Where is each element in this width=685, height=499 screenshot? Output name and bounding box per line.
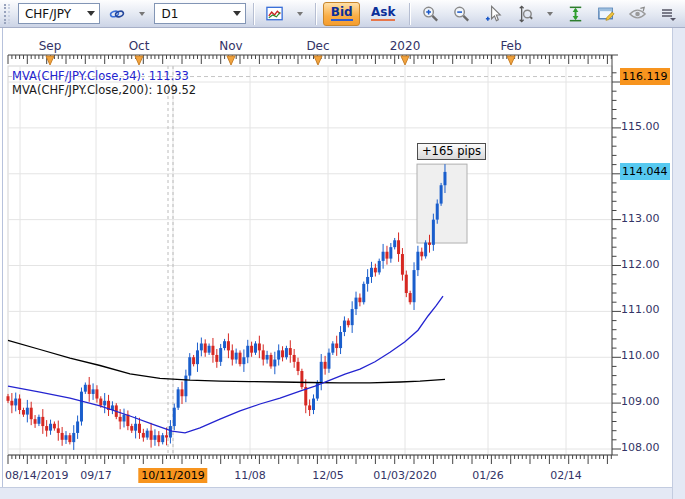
chevron-down-icon[interactable]: [228, 4, 245, 23]
candle: [262, 350, 265, 359]
candle: [49, 424, 52, 431]
fit-vertical-icon: [566, 4, 585, 24]
candle: [250, 346, 253, 353]
date-label[interactable]: 02/14: [547, 468, 585, 483]
month-label[interactable]: Oct: [129, 39, 150, 53]
month-label[interactable]: Feb: [500, 39, 521, 53]
date-label[interactable]: 01/26: [469, 468, 507, 483]
candle: [443, 172, 446, 185]
date-label[interactable]: 11/08: [231, 468, 269, 483]
candle: [146, 431, 149, 438]
candle: [14, 399, 17, 406]
candle: [343, 321, 346, 332]
candle: [420, 252, 423, 257]
price-label: 111.00: [621, 303, 660, 316]
date-label-selected[interactable]: 10/11/2019: [138, 468, 207, 483]
candle: [72, 433, 75, 442]
candle: [138, 424, 141, 433]
price-label: 113.00: [621, 212, 660, 225]
fit-vertical-button[interactable]: [562, 2, 589, 26]
left-edge-line: [2, 28, 3, 487]
toolbar-separator: [409, 3, 410, 25]
candle: [277, 350, 280, 359]
candle: [347, 321, 350, 326]
candle: [18, 399, 21, 410]
candle: [320, 362, 323, 383]
month-label[interactable]: Dec: [306, 39, 329, 53]
overflow-menu-button[interactable]: [655, 2, 681, 26]
toolbar: CHF/JPY D1 Bid Ask: [0, 0, 685, 28]
link-button[interactable]: [104, 2, 130, 26]
date-label[interactable]: 12/05: [309, 468, 347, 483]
candle: [7, 396, 10, 401]
candle: [389, 247, 392, 258]
plot-border: [8, 66, 612, 455]
date-label[interactable]: 09/17: [77, 468, 115, 483]
candle: [428, 243, 431, 245]
candle: [208, 346, 211, 353]
link-chevron-icon[interactable]: [134, 4, 150, 23]
price-ruler: [612, 55, 621, 455]
toolbar-separator: [253, 3, 254, 25]
date-label[interactable]: 08/14/2019: [2, 468, 71, 483]
candle: [200, 343, 203, 350]
zoom-in-button[interactable]: [417, 2, 444, 26]
candle: [366, 277, 369, 284]
candle: [397, 240, 400, 254]
candle: [266, 355, 269, 360]
candle: [254, 343, 257, 352]
candle: [273, 360, 276, 367]
chart-type-button[interactable]: [261, 2, 288, 26]
candle: [161, 435, 164, 442]
candle: [378, 261, 381, 272]
bid-button[interactable]: Bid: [323, 2, 360, 26]
candle: [68, 435, 71, 442]
zoom-out-button[interactable]: [448, 2, 475, 26]
ask-button[interactable]: Ask: [364, 2, 402, 26]
toolbar-grip[interactable]: [4, 4, 10, 24]
candle: [204, 343, 207, 352]
candle: [393, 240, 396, 247]
month-label[interactable]: 2020: [390, 39, 421, 53]
month-arrow-icon: [135, 56, 143, 65]
legend-mva-fast: MVA(CHF/JPY.Close,34): 111.33: [12, 69, 189, 83]
candle: [312, 399, 315, 410]
month-label[interactable]: Nov: [219, 39, 242, 53]
visibility-icon: [628, 4, 647, 24]
candle: [181, 389, 184, 396]
candle: [196, 350, 199, 364]
candle: [92, 389, 95, 394]
candle: [331, 343, 334, 352]
candle: [95, 389, 98, 398]
measure-zoom-chevron-icon[interactable]: [542, 4, 558, 23]
zoom-cursor-button[interactable]: [480, 2, 507, 26]
candle: [103, 401, 106, 406]
candle: [285, 348, 288, 357]
month-label[interactable]: Sep: [39, 39, 62, 53]
visibility-button[interactable]: [624, 2, 651, 26]
candle: [362, 284, 365, 302]
pips-annotation[interactable]: +165 pips: [417, 143, 486, 160]
measure-zoom-button[interactable]: [511, 2, 538, 26]
candle: [440, 185, 443, 203]
candle: [242, 357, 245, 364]
date-label[interactable]: 01/03/2020: [370, 468, 439, 483]
candle: [76, 421, 79, 432]
candle: [223, 341, 226, 348]
chevron-down-icon[interactable]: [82, 4, 99, 23]
symbol-select[interactable]: CHF/JPY: [18, 3, 100, 24]
chart-type-chevron-icon[interactable]: [292, 4, 308, 23]
candle: [184, 376, 187, 397]
period-select[interactable]: D1: [154, 3, 246, 24]
candle: [37, 417, 40, 424]
candle: [169, 426, 172, 437]
chart-type-icon: [265, 5, 284, 23]
month-arrow-icon: [314, 56, 322, 65]
edit-chart-button[interactable]: [593, 2, 620, 26]
candle: [134, 424, 137, 431]
zoom-in-icon: [421, 4, 440, 24]
candle: [153, 435, 156, 440]
candle: [142, 433, 145, 438]
candle: [401, 254, 404, 275]
month-arrow-icon: [401, 56, 409, 65]
